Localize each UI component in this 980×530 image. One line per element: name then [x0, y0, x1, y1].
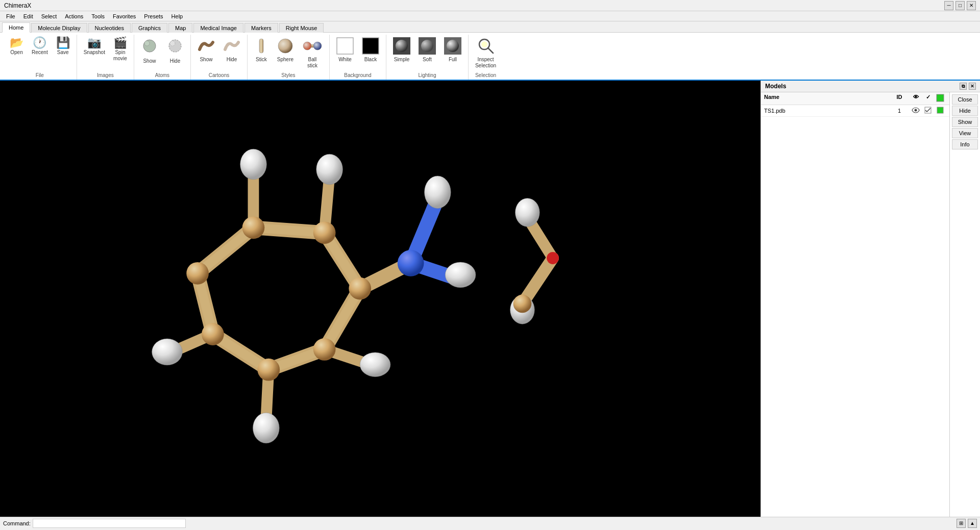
model-color-swatch[interactable]: [934, 107, 946, 115]
tab-nucleotides[interactable]: Nucleotides: [88, 23, 131, 33]
show-atoms-icon: [141, 37, 158, 57]
open-button[interactable]: 📂 Open: [6, 35, 27, 58]
col-name-header: Name: [764, 94, 889, 103]
models-table-header: Name ID 👁 ✓: [761, 92, 949, 105]
show-model-button[interactable]: Show: [952, 117, 978, 127]
models-panel-title: Models: [765, 83, 786, 90]
col-id-header: ID: [889, 94, 910, 103]
tab-markers[interactable]: Markers: [244, 23, 278, 33]
spin-movie-button[interactable]: 🎬 Spinmovie: [110, 35, 131, 64]
save-button[interactable]: 💾 Save: [53, 35, 74, 58]
svg-rect-10: [362, 38, 379, 54]
show-cartoons-button[interactable]: Show: [194, 35, 218, 65]
view-model-button[interactable]: View: [952, 128, 978, 138]
info-model-button[interactable]: Info: [952, 139, 978, 149]
model-checkbox[interactable]: [922, 107, 934, 115]
close-model-button[interactable]: Close: [952, 94, 978, 105]
svg-point-55: [313, 338, 336, 361]
close-button[interactable]: ✕: [967, 1, 976, 10]
sphere-styles-icon: [277, 37, 294, 56]
svg-point-7: [303, 42, 311, 50]
tab-right-mouse[interactable]: Right Mouse: [279, 23, 324, 33]
styles-group-label: Styles: [281, 71, 295, 80]
lighting-full-button[interactable]: Full: [440, 35, 465, 65]
command-input[interactable]: [33, 519, 186, 528]
models-list: Name ID 👁 ✓ TS1.pdb 1: [761, 92, 949, 517]
tab-medical-image[interactable]: Medical Image: [193, 23, 243, 33]
file-group-label: File: [36, 71, 44, 80]
models-panel-close[interactable]: ✕: [969, 83, 976, 90]
lighting-soft-icon: [419, 37, 436, 56]
inspect-selection-icon: [477, 37, 495, 56]
menu-file[interactable]: File: [2, 12, 19, 20]
show-atoms-button[interactable]: Show: [137, 35, 162, 67]
svg-rect-66: [937, 107, 943, 113]
col-eye-header: 👁: [910, 94, 922, 103]
svg-point-50: [202, 323, 224, 345]
svg-rect-9: [337, 38, 353, 54]
table-row[interactable]: TS1.pdb 1: [761, 105, 949, 117]
col-check-header: ✓: [922, 94, 934, 103]
statusbar-right: ⊞ ▲: [957, 519, 977, 528]
hide-cartoons-button[interactable]: Hide: [219, 35, 244, 65]
statusbar-resize-icon[interactable]: ⊞: [957, 519, 966, 528]
hide-cartoons-icon: [223, 37, 240, 56]
snapshot-button[interactable]: 📷 Snapshot: [80, 35, 109, 58]
main-area: Models ⧉ ✕ Name ID 👁 ✓: [0, 81, 980, 517]
menu-help[interactable]: Help: [167, 12, 187, 20]
svg-point-5: [278, 39, 292, 53]
hide-atoms-button[interactable]: Hide: [163, 35, 187, 67]
svg-point-54: [349, 277, 371, 300]
sphere-button[interactable]: Sphere: [273, 35, 298, 65]
model-visibility-toggle[interactable]: [910, 107, 922, 114]
svg-point-42: [240, 149, 267, 180]
ribbon-group-lighting: Simple Soft: [386, 35, 469, 80]
ribbon-group-cartoons: Show Hide Cartoons: [191, 35, 248, 80]
svg-point-52: [242, 216, 265, 239]
recent-icon: 🕐: [33, 37, 46, 48]
selection-group-label: Selection: [475, 71, 496, 80]
tab-graphics[interactable]: Graphics: [132, 23, 167, 33]
svg-line-18: [488, 48, 493, 53]
lighting-simple-icon: [393, 37, 410, 56]
models-panel-header: Models ⧉ ✕: [761, 81, 980, 92]
menu-actions[interactable]: Actions: [61, 12, 87, 20]
menu-tools[interactable]: Tools: [87, 12, 109, 20]
svg-point-62: [513, 295, 531, 313]
statusbar-expand-icon[interactable]: ▲: [968, 519, 977, 528]
tab-home[interactable]: Home: [2, 22, 30, 33]
svg-point-12: [396, 40, 408, 52]
bg-black-button[interactable]: Black: [358, 35, 383, 65]
stick-button[interactable]: Stick: [251, 35, 272, 65]
show-cartoons-icon: [198, 37, 215, 56]
menu-select[interactable]: Select: [37, 12, 61, 20]
ribbon-group-file: 📂 Open 🕐 Recent 💾 Save File: [3, 35, 77, 80]
svg-point-14: [421, 40, 433, 52]
maximize-button[interactable]: □: [955, 1, 965, 10]
models-panel-undock[interactable]: ⧉: [960, 83, 967, 90]
svg-point-56: [398, 250, 424, 276]
atoms-group-label: Atoms: [155, 71, 169, 80]
inspect-selection-button[interactable]: InspectSelection: [472, 35, 500, 71]
menu-presets[interactable]: Presets: [140, 12, 167, 20]
menu-favorites[interactable]: Favorites: [109, 12, 140, 20]
images-group-label: Images: [97, 71, 114, 80]
lighting-group-label: Lighting: [418, 71, 436, 80]
lighting-soft-button[interactable]: Soft: [415, 35, 439, 65]
svg-point-44: [424, 176, 451, 209]
minimize-button[interactable]: ─: [944, 1, 953, 10]
viewport[interactable]: [0, 81, 761, 517]
menu-edit[interactable]: Edit: [19, 12, 37, 20]
ribbon-group-selection: InspectSelection Selection: [469, 35, 503, 80]
cartoons-group-label: Cartoons: [209, 71, 230, 80]
svg-point-59: [515, 198, 540, 227]
ballstick-button[interactable]: Ballstick: [299, 35, 326, 71]
bg-white-button[interactable]: White: [333, 35, 357, 65]
svg-point-45: [445, 262, 476, 288]
tab-molecule-display[interactable]: Molecule Display: [31, 23, 87, 33]
lighting-simple-button[interactable]: Simple: [389, 35, 414, 65]
recent-button[interactable]: 🕐 Recent: [28, 35, 52, 58]
window-controls: ─ □ ✕: [944, 1, 976, 10]
hide-model-button[interactable]: Hide: [952, 106, 978, 116]
tab-map[interactable]: Map: [168, 23, 192, 33]
